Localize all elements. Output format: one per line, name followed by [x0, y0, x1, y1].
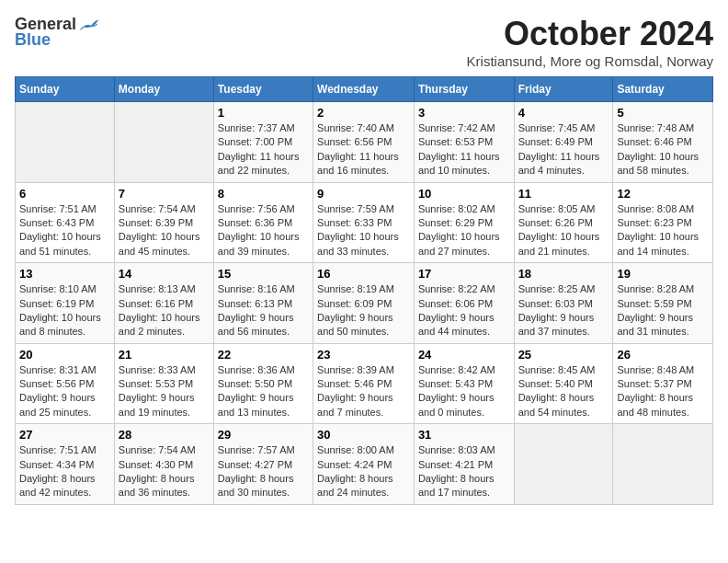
calendar-cell: 14Sunrise: 8:13 AM Sunset: 6:16 PM Dayli…: [114, 263, 213, 344]
day-info: Sunrise: 8:08 AM Sunset: 6:23 PM Dayligh…: [617, 202, 709, 259]
weekday-header-row: SundayMondayTuesdayWednesdayThursdayFrid…: [16, 77, 713, 102]
day-info: Sunrise: 8:16 AM Sunset: 6:13 PM Dayligh…: [218, 282, 309, 339]
week-row-1: 1Sunrise: 7:37 AM Sunset: 7:00 PM Daylig…: [16, 102, 713, 183]
day-number: 23: [317, 348, 410, 362]
weekday-header-sunday: Sunday: [16, 77, 115, 102]
logo-blue: Blue: [15, 30, 51, 50]
day-info: Sunrise: 8:05 AM Sunset: 6:26 PM Dayligh…: [518, 202, 609, 259]
week-row-3: 13Sunrise: 8:10 AM Sunset: 6:19 PM Dayli…: [16, 263, 713, 344]
day-number: 15: [218, 267, 309, 281]
day-info: Sunrise: 8:25 AM Sunset: 6:03 PM Dayligh…: [518, 282, 609, 339]
day-number: 25: [518, 348, 609, 362]
day-info: Sunrise: 7:57 AM Sunset: 4:27 PM Dayligh…: [218, 443, 309, 500]
day-number: 19: [617, 267, 709, 281]
calendar-cell: 6Sunrise: 7:51 AM Sunset: 6:43 PM Daylig…: [16, 182, 115, 263]
day-info: Sunrise: 8:31 AM Sunset: 5:56 PM Dayligh…: [19, 363, 110, 420]
day-info: Sunrise: 7:37 AM Sunset: 7:00 PM Dayligh…: [218, 121, 309, 178]
day-info: Sunrise: 8:33 AM Sunset: 5:53 PM Dayligh…: [119, 363, 210, 420]
location-subtitle: Kristiansund, More og Romsdal, Norway: [467, 53, 713, 69]
day-info: Sunrise: 8:39 AM Sunset: 5:46 PM Dayligh…: [317, 363, 410, 420]
weekday-header-friday: Friday: [514, 77, 613, 102]
day-number: 7: [119, 187, 210, 201]
week-row-4: 20Sunrise: 8:31 AM Sunset: 5:56 PM Dayli…: [16, 343, 713, 424]
day-number: 11: [518, 187, 609, 201]
day-info: Sunrise: 8:36 AM Sunset: 5:50 PM Dayligh…: [218, 363, 309, 420]
day-number: 22: [218, 348, 309, 362]
day-info: Sunrise: 8:42 AM Sunset: 5:43 PM Dayligh…: [418, 363, 510, 420]
calendar-cell: 3Sunrise: 7:42 AM Sunset: 6:53 PM Daylig…: [414, 102, 514, 183]
day-number: 28: [119, 428, 210, 442]
calendar-cell: 24Sunrise: 8:42 AM Sunset: 5:43 PM Dayli…: [414, 343, 514, 424]
calendar-cell: 29Sunrise: 7:57 AM Sunset: 4:27 PM Dayli…: [213, 424, 313, 505]
calendar-cell: 7Sunrise: 7:54 AM Sunset: 6:39 PM Daylig…: [114, 182, 213, 263]
day-number: 16: [317, 267, 410, 281]
calendar-cell: 2Sunrise: 7:40 AM Sunset: 6:56 PM Daylig…: [313, 102, 415, 183]
calendar-cell: 16Sunrise: 8:19 AM Sunset: 6:09 PM Dayli…: [313, 263, 415, 344]
week-row-2: 6Sunrise: 7:51 AM Sunset: 6:43 PM Daylig…: [16, 182, 713, 263]
day-info: Sunrise: 7:56 AM Sunset: 6:36 PM Dayligh…: [218, 202, 309, 259]
title-area: October 2024 Kristiansund, More og Romsd…: [467, 15, 713, 69]
calendar-cell: 17Sunrise: 8:22 AM Sunset: 6:06 PM Dayli…: [414, 263, 514, 344]
day-info: Sunrise: 8:02 AM Sunset: 6:29 PM Dayligh…: [418, 202, 510, 259]
calendar-cell: 11Sunrise: 8:05 AM Sunset: 6:26 PM Dayli…: [514, 182, 613, 263]
day-number: 2: [317, 106, 410, 120]
day-number: 6: [19, 187, 110, 201]
day-info: Sunrise: 8:13 AM Sunset: 6:16 PM Dayligh…: [119, 282, 210, 339]
calendar-cell: 9Sunrise: 7:59 AM Sunset: 6:33 PM Daylig…: [313, 182, 415, 263]
calendar-cell: 19Sunrise: 8:28 AM Sunset: 5:59 PM Dayli…: [613, 263, 713, 344]
day-info: Sunrise: 7:54 AM Sunset: 4:30 PM Dayligh…: [119, 443, 210, 500]
day-info: Sunrise: 7:51 AM Sunset: 6:43 PM Dayligh…: [19, 202, 110, 259]
month-title: October 2024: [467, 15, 713, 53]
calendar-cell: 22Sunrise: 8:36 AM Sunset: 5:50 PM Dayli…: [213, 343, 313, 424]
calendar-cell: 25Sunrise: 8:45 AM Sunset: 5:40 PM Dayli…: [514, 343, 613, 424]
day-info: Sunrise: 8:28 AM Sunset: 5:59 PM Dayligh…: [617, 282, 709, 339]
day-info: Sunrise: 7:40 AM Sunset: 6:56 PM Dayligh…: [317, 121, 410, 178]
calendar-cell: 31Sunrise: 8:03 AM Sunset: 4:21 PM Dayli…: [414, 424, 514, 505]
day-number: 21: [119, 348, 210, 362]
day-number: 10: [418, 187, 510, 201]
day-number: 27: [19, 428, 110, 442]
calendar-cell: 5Sunrise: 7:48 AM Sunset: 6:46 PM Daylig…: [613, 102, 713, 183]
calendar-cell: 28Sunrise: 7:54 AM Sunset: 4:30 PM Dayli…: [114, 424, 213, 505]
calendar-cell: 30Sunrise: 8:00 AM Sunset: 4:24 PM Dayli…: [313, 424, 415, 505]
day-info: Sunrise: 8:22 AM Sunset: 6:06 PM Dayligh…: [418, 282, 510, 339]
calendar-cell: 26Sunrise: 8:48 AM Sunset: 5:37 PM Dayli…: [613, 343, 713, 424]
calendar-cell: [514, 424, 613, 505]
day-info: Sunrise: 8:03 AM Sunset: 4:21 PM Dayligh…: [418, 443, 510, 500]
calendar-cell: 20Sunrise: 8:31 AM Sunset: 5:56 PM Dayli…: [16, 343, 115, 424]
day-info: Sunrise: 7:48 AM Sunset: 6:46 PM Dayligh…: [617, 121, 709, 178]
calendar-cell: 12Sunrise: 8:08 AM Sunset: 6:23 PM Dayli…: [613, 182, 713, 263]
day-number: 12: [617, 187, 709, 201]
day-info: Sunrise: 8:19 AM Sunset: 6:09 PM Dayligh…: [317, 282, 410, 339]
day-number: 5: [617, 106, 709, 120]
calendar-cell: 8Sunrise: 7:56 AM Sunset: 6:36 PM Daylig…: [213, 182, 313, 263]
day-info: Sunrise: 7:45 AM Sunset: 6:49 PM Dayligh…: [518, 121, 609, 178]
calendar-cell: 4Sunrise: 7:45 AM Sunset: 6:49 PM Daylig…: [514, 102, 613, 183]
day-number: 24: [418, 348, 510, 362]
day-info: Sunrise: 8:00 AM Sunset: 4:24 PM Dayligh…: [317, 443, 410, 500]
day-number: 9: [317, 187, 410, 201]
header: General Blue October 2024 Kristiansund, …: [15, 15, 713, 69]
calendar-cell: [613, 424, 713, 505]
calendar-cell: [16, 102, 115, 183]
calendar-cell: 18Sunrise: 8:25 AM Sunset: 6:03 PM Dayli…: [514, 263, 613, 344]
calendar-cell: 27Sunrise: 7:51 AM Sunset: 4:34 PM Dayli…: [16, 424, 115, 505]
calendar-cell: 13Sunrise: 8:10 AM Sunset: 6:19 PM Dayli…: [16, 263, 115, 344]
day-number: 14: [119, 267, 210, 281]
weekday-header-monday: Monday: [114, 77, 213, 102]
day-number: 18: [518, 267, 609, 281]
calendar-table: SundayMondayTuesdayWednesdayThursdayFrid…: [15, 76, 713, 505]
calendar-cell: 23Sunrise: 8:39 AM Sunset: 5:46 PM Dayli…: [313, 343, 415, 424]
calendar-cell: [114, 102, 213, 183]
weekday-header-thursday: Thursday: [414, 77, 514, 102]
calendar-cell: 15Sunrise: 8:16 AM Sunset: 6:13 PM Dayli…: [213, 263, 313, 344]
day-number: 4: [518, 106, 609, 120]
day-info: Sunrise: 7:59 AM Sunset: 6:33 PM Dayligh…: [317, 202, 410, 259]
day-number: 3: [418, 106, 510, 120]
day-number: 17: [418, 267, 510, 281]
day-number: 31: [418, 428, 510, 442]
day-number: 13: [19, 267, 110, 281]
day-info: Sunrise: 7:51 AM Sunset: 4:34 PM Dayligh…: [19, 443, 110, 500]
day-info: Sunrise: 8:10 AM Sunset: 6:19 PM Dayligh…: [19, 282, 110, 339]
day-info: Sunrise: 7:42 AM Sunset: 6:53 PM Dayligh…: [418, 121, 510, 178]
